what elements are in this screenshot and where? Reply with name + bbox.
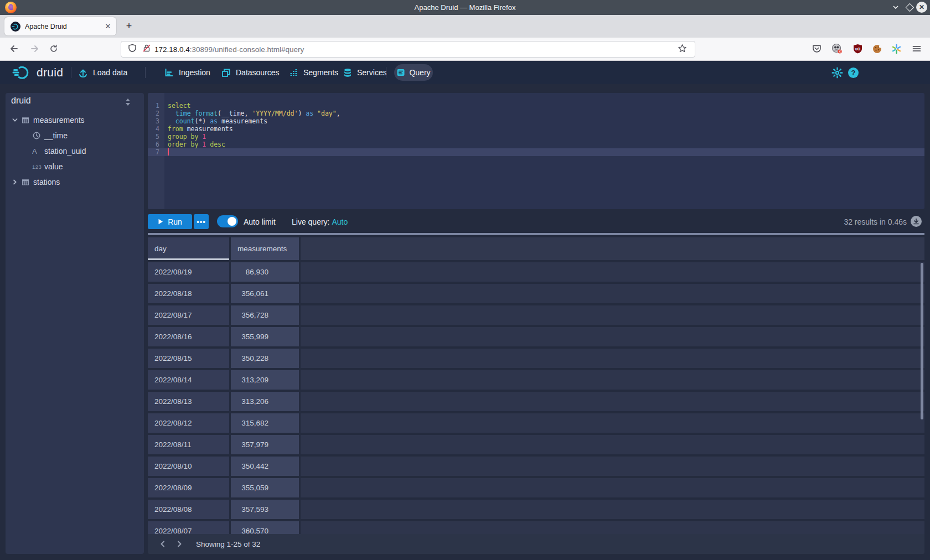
reload-button[interactable] bbox=[48, 43, 60, 55]
lock-insecure-icon[interactable] bbox=[142, 44, 151, 55]
druid-brand[interactable]: druid bbox=[37, 61, 63, 84]
auto-limit-toggle[interactable] bbox=[217, 215, 238, 227]
pane-resize-handle[interactable] bbox=[148, 233, 924, 235]
sort-indicator bbox=[148, 258, 229, 260]
cell-measurements[interactable]: 356,728 bbox=[231, 305, 299, 325]
cell-measurements[interactable]: 350,442 bbox=[231, 457, 299, 476]
url-host: 172.18.0.4 bbox=[154, 45, 190, 54]
cell-measurements[interactable]: 350,228 bbox=[231, 349, 299, 368]
table-row: 2022/08/16355,999 bbox=[148, 327, 924, 346]
code-line[interactable] bbox=[168, 148, 924, 156]
cell-day[interactable]: 2022/08/11 bbox=[148, 435, 229, 454]
screen: Apache Druid — Mozilla Firefox ✕ Apache … bbox=[0, 0, 930, 560]
nav-segments[interactable]: Segments bbox=[289, 61, 338, 84]
cell-measurements[interactable]: 357,979 bbox=[231, 435, 299, 454]
text-column-icon: A bbox=[32, 147, 44, 155]
cell-day[interactable]: 2022/08/19 bbox=[148, 262, 229, 282]
cell-measurements[interactable]: 86,930 bbox=[231, 262, 299, 282]
table-row: 2022/08/15350,228 bbox=[148, 349, 924, 368]
sort-double-caret-icon[interactable] bbox=[125, 98, 131, 108]
number-column-icon: 123 bbox=[32, 164, 44, 170]
cell-day[interactable]: 2022/08/13 bbox=[148, 392, 229, 411]
cell-measurements[interactable]: 315,682 bbox=[231, 413, 299, 433]
nav-ingestion[interactable]: Ingestion bbox=[164, 61, 210, 84]
extension-account-icon[interactable] bbox=[831, 43, 843, 55]
cell-day[interactable]: 2022/08/12 bbox=[148, 413, 229, 433]
sidebar-item-station-uuid[interactable]: Astation_uuid bbox=[6, 143, 144, 159]
sql-editor[interactable]: 1234567 select time_format(__time, 'YYYY… bbox=[148, 93, 924, 209]
nav-services[interactable]: Services bbox=[343, 61, 387, 84]
sidebar-item-stations[interactable]: stations bbox=[6, 174, 144, 190]
druid-logo-icon[interactable] bbox=[12, 61, 34, 84]
cell-day[interactable]: 2022/08/14 bbox=[148, 370, 229, 390]
window-close-button[interactable]: ✕ bbox=[916, 2, 927, 13]
code-line[interactable]: order by 1 desc bbox=[168, 141, 924, 148]
sidebar-item-value[interactable]: 123value bbox=[6, 159, 144, 174]
forward-button[interactable] bbox=[29, 43, 41, 55]
cell-measurements[interactable]: 356,061 bbox=[231, 284, 299, 303]
run-button[interactable]: Run bbox=[148, 214, 192, 229]
cell-measurements[interactable]: 357,593 bbox=[231, 500, 299, 519]
code-line[interactable]: select bbox=[168, 102, 924, 110]
download-results-icon[interactable] bbox=[911, 216, 922, 227]
code-line[interactable]: count(*) as measurements bbox=[168, 117, 924, 125]
nav-datasources[interactable]: Datasources bbox=[221, 61, 280, 84]
tracking-protection-shield-icon[interactable] bbox=[128, 44, 137, 55]
code-line[interactable]: from measurements bbox=[168, 125, 924, 133]
spark-extension-icon[interactable] bbox=[890, 43, 902, 55]
bookmark-star-icon[interactable] bbox=[678, 44, 687, 55]
code-line[interactable]: group by 1 bbox=[168, 133, 924, 141]
cell-day[interactable]: 2022/08/16 bbox=[148, 327, 229, 346]
cell-day[interactable]: 2022/08/15 bbox=[148, 349, 229, 368]
live-query-value[interactable]: Auto bbox=[332, 217, 348, 226]
table-row: 2022/08/11357,979 bbox=[148, 435, 924, 454]
cell-day[interactable]: 2022/08/17 bbox=[148, 305, 229, 325]
window-titlebar[interactable]: Apache Druid — Mozilla Firefox ✕ bbox=[0, 0, 930, 15]
url-bar[interactable]: 172.18.0.4:30899/unified-console.html#qu… bbox=[121, 41, 695, 58]
window-minimize-button[interactable] bbox=[890, 2, 901, 13]
chevron-down-icon[interactable] bbox=[11, 116, 21, 124]
next-page-button[interactable] bbox=[171, 536, 188, 552]
sidebar-item---time[interactable]: __time bbox=[6, 128, 144, 143]
line-number: 4 bbox=[148, 125, 164, 133]
column-header-day[interactable]: day bbox=[148, 237, 229, 260]
code-area[interactable]: select time_format(__time, 'YYYY/MM/dd')… bbox=[168, 102, 924, 156]
new-tab-button[interactable]: + bbox=[122, 19, 136, 34]
table-row: 2022/08/14313,209 bbox=[148, 370, 924, 390]
window-title: Apache Druid — Mozilla Firefox bbox=[0, 0, 930, 15]
cell-day[interactable]: 2022/08/10 bbox=[148, 457, 229, 476]
back-button[interactable] bbox=[8, 43, 20, 55]
line-number: 2 bbox=[148, 110, 164, 117]
table-row: 2022/08/1986,930 bbox=[148, 262, 924, 282]
code-line[interactable]: time_format(__time, 'YYYY/MM/dd') as "da… bbox=[168, 110, 924, 117]
cell-day[interactable]: 2022/08/09 bbox=[148, 478, 229, 497]
live-query-label[interactable]: Live query: Auto bbox=[292, 214, 348, 229]
help-icon[interactable]: ? bbox=[848, 61, 859, 84]
pocket-icon[interactable] bbox=[810, 43, 823, 55]
more-options-button[interactable]: ••• bbox=[194, 214, 209, 229]
tab-close-icon[interactable]: ✕ bbox=[102, 20, 114, 33]
nav-query-active[interactable]: Query bbox=[394, 64, 433, 81]
pagination-footer: Showing 1-25 of 32 bbox=[148, 534, 924, 554]
cell-measurements[interactable]: 355,999 bbox=[231, 327, 299, 346]
cell-measurements[interactable]: 313,209 bbox=[231, 370, 299, 390]
cell-measurements[interactable]: 313,206 bbox=[231, 392, 299, 411]
sidebar-item-measurements[interactable]: measurements bbox=[6, 112, 144, 128]
sidebar-item-label: station_uuid bbox=[44, 147, 86, 155]
previous-page-button[interactable] bbox=[154, 536, 171, 552]
cell-measurements[interactable]: 355,059 bbox=[231, 478, 299, 497]
browser-tab[interactable]: Apache Druid ✕ bbox=[4, 17, 116, 35]
schema-name[interactable]: druid bbox=[11, 96, 31, 106]
header-divider bbox=[145, 67, 146, 78]
cookie-icon[interactable] bbox=[871, 43, 883, 55]
settings-gear-icon[interactable] bbox=[831, 61, 843, 84]
ublock-shield-icon[interactable]: uO bbox=[851, 43, 864, 55]
column-header-measurements[interactable]: measurements bbox=[231, 237, 299, 260]
hamburger-menu-icon[interactable] bbox=[911, 43, 923, 55]
nav-load-data[interactable]: Load data bbox=[78, 61, 127, 84]
cell-day[interactable]: 2022/08/08 bbox=[148, 500, 229, 519]
chevron-right-icon[interactable] bbox=[11, 178, 21, 186]
window-maximize-button[interactable] bbox=[904, 2, 915, 13]
table-scrollbar[interactable] bbox=[921, 263, 923, 419]
cell-day[interactable]: 2022/08/18 bbox=[148, 284, 229, 303]
